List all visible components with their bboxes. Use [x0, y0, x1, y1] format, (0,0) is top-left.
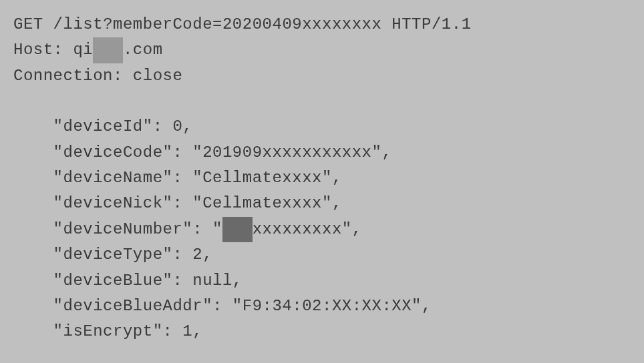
host-header-line: Host: qi .com	[13, 37, 631, 63]
redacted-host	[93, 37, 123, 63]
connection-header-line: Connection: close	[13, 63, 631, 89]
host-suffix: .com	[123, 41, 163, 59]
device-id-value: 0,	[172, 117, 192, 135]
redacted-device-number	[222, 217, 253, 242]
http-version: HTTP/1.1	[381, 15, 471, 33]
is-encrypt-key: "isEncrypt":	[53, 322, 183, 340]
device-nick-key: "deviceNick":	[53, 194, 193, 212]
blank-separator	[13, 89, 631, 114]
device-type-line: "deviceType": 2,	[13, 242, 631, 268]
device-blue-addr-key: "deviceBlueAddr":	[53, 297, 232, 315]
device-name-value: "Cellmatexxxx",	[192, 169, 342, 187]
device-blue-line: "deviceBlue": null,	[13, 268, 631, 294]
device-type-value: 2,	[192, 246, 212, 264]
host-prefix: qi	[73, 41, 93, 59]
http-method: GET	[13, 15, 43, 33]
connection-value: close	[133, 67, 183, 85]
device-blue-key: "deviceBlue":	[53, 272, 193, 290]
request-line: GET /list?memberCode=20200409xxxxxxxx HT…	[13, 12, 631, 37]
device-nick-line: "deviceNick": "Cellmatexxxx",	[13, 191, 631, 216]
device-number-line: "deviceNumber": " xxxxxxxxx",	[13, 217, 631, 242]
device-type-key: "deviceType":	[53, 246, 193, 264]
device-number-prefix: "	[212, 220, 222, 238]
is-encrypt-value: 1,	[182, 322, 202, 340]
device-blue-addr-line: "deviceBlueAddr": "F9:34:02:XX:XX:XX",	[13, 294, 631, 319]
device-number-key: "deviceNumber":	[53, 220, 212, 238]
device-id-key: "deviceId":	[53, 117, 173, 135]
device-code-value: "201909xxxxxxxxxxx",	[192, 143, 391, 161]
member-code: 20200409xxxxxxxx	[222, 15, 381, 33]
device-blue-value: null,	[192, 272, 243, 290]
host-label: Host:	[13, 41, 73, 59]
device-nick-value: "Cellmatexxxx",	[192, 194, 342, 212]
connection-label: Connection:	[13, 67, 133, 85]
device-number-suffix: xxxxxxxxx",	[253, 220, 362, 238]
request-path: /list?memberCode=	[43, 15, 222, 33]
is-encrypt-line: "isEncrypt": 1,	[13, 319, 631, 344]
device-name-key: "deviceName":	[53, 169, 193, 187]
device-code-key: "deviceCode":	[53, 143, 193, 161]
device-id-line: "deviceId": 0,	[13, 114, 631, 139]
device-code-line: "deviceCode": "201909xxxxxxxxxxx",	[13, 140, 631, 165]
device-blue-addr-value: "F9:34:02:XX:XX:XX",	[232, 297, 432, 315]
device-name-line: "deviceName": "Cellmatexxxx",	[13, 165, 631, 191]
